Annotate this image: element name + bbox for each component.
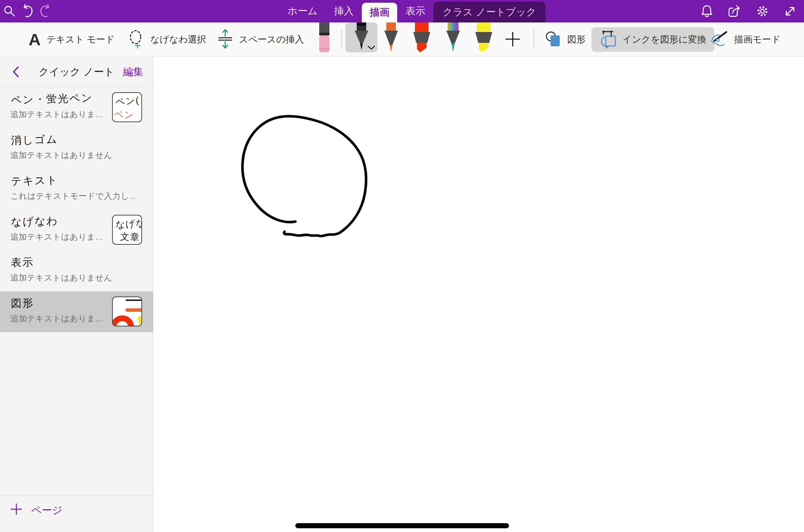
thumbnail-ink-text: 文章を <box>120 230 142 244</box>
page-title: テキスト <box>11 173 58 189</box>
page-item-pen-highlighter[interactable]: ペン・蛍光ペン 追加テキストはありま… ペン( ペン <box>0 87 153 128</box>
page-subtitle: 追加テキストはありません <box>10 272 112 283</box>
add-pen-button[interactable] <box>505 31 521 47</box>
page-subtitle: 追加テキストはありま… <box>10 231 104 242</box>
draw-mode-button[interactable]: 描画モード <box>710 22 780 57</box>
chevron-down-icon[interactable] <box>368 45 375 51</box>
page-subtitle: 追加テキストはありません <box>10 150 112 161</box>
top-app-bar: ホーム 挿入 描画 表示 クラス ノートブック <box>0 0 804 22</box>
toolbar-divider <box>341 30 342 49</box>
text-mode-label: テキスト モード <box>46 33 114 46</box>
tab-home[interactable]: ホーム <box>279 0 326 22</box>
home-indicator-bar[interactable] <box>295 523 509 528</box>
redo-icon[interactable] <box>39 4 52 18</box>
note-canvas[interactable] <box>154 57 804 532</box>
toolbar-divider <box>534 30 534 49</box>
tab-draw[interactable]: 描画 <box>362 3 397 22</box>
add-page-label: ページ <box>31 503 62 517</box>
page-title: なげなわ <box>11 214 58 229</box>
page-item-lasso[interactable]: なげなわ 追加テキストはありま… なげなわ 文章を <box>0 210 153 251</box>
page-item-text[interactable]: テキスト これはテキストモードで入力し… <box>0 169 153 210</box>
ink-to-shape-button[interactable]: インクを図形に変換 <box>591 27 714 52</box>
page-title: 図形 <box>11 296 34 311</box>
page-subtitle: 追加テキストはありま… <box>10 313 104 324</box>
page-subtitle: これはテキストモードで入力し… <box>10 191 138 201</box>
undo-icon[interactable] <box>20 4 34 18</box>
shapes-button[interactable]: 図形 <box>545 22 586 57</box>
page-title: 表示 <box>11 255 34 270</box>
settings-icon[interactable] <box>756 4 769 18</box>
thumbnail-ink-text: ペン( <box>115 94 140 108</box>
tab-class-notebook[interactable]: クラス ノートブック <box>433 2 545 22</box>
galaxy-pen-tool[interactable] <box>444 22 463 53</box>
page-item-shapes-selected[interactable]: 図形 追加テキストはありま… <box>0 291 153 332</box>
add-page-button[interactable]: ページ <box>10 503 62 518</box>
eraser-tool[interactable] <box>317 22 332 54</box>
page-item-eraser[interactable]: 消しゴム 追加テキストはありません <box>0 128 153 169</box>
draw-mode-label: 描画モード <box>734 33 780 46</box>
page-thumbnail: なげなわ 文章を <box>112 215 142 245</box>
thumbnail-ink-text: なげなわ <box>115 216 142 231</box>
text-mode-button[interactable]: A テキスト モード <box>29 22 115 57</box>
draw-mode-icon <box>710 30 728 49</box>
page-list-sidebar: クイック ノート 編集 ペン・蛍光ペン 追加テキストはありま… ペン( ペン 消… <box>0 57 153 532</box>
sidebar-header: クイック ノート 編集 <box>0 57 153 87</box>
insert-space-button[interactable]: スペースの挿入 <box>217 22 304 57</box>
orange-pen-tool[interactable] <box>382 22 401 53</box>
ink-to-shape-icon <box>600 29 617 50</box>
lasso-select-button[interactable]: なげなわ選択 <box>128 22 206 57</box>
black-pen-tool-selected[interactable] <box>345 22 377 52</box>
page-list: ペン・蛍光ペン 追加テキストはありま… ペン( ペン 消しゴム 追加テキストはあ… <box>0 87 153 332</box>
page-subtitle: 追加テキストはありま… <box>10 109 104 120</box>
sidebar-footer: ページ <box>0 495 153 532</box>
page-item-view[interactable]: 表示 追加テキストはありません <box>0 251 153 291</box>
red-highlighter-tool[interactable] <box>412 22 432 53</box>
page-thumbnail: ペン( ペン <box>112 92 142 122</box>
ribbon-tab-bar: ホーム 挿入 描画 表示 クラス ノートブック <box>279 0 545 22</box>
page-title: 消しゴム <box>11 132 58 148</box>
tab-insert[interactable]: 挿入 <box>326 0 362 22</box>
ink-to-shape-label: インクを図形に変換 <box>622 33 706 46</box>
shapes-label: 図形 <box>567 33 586 46</box>
tab-view[interactable]: 表示 <box>397 0 433 22</box>
fullscreen-icon[interactable] <box>783 4 797 18</box>
page-thumbnail <box>112 296 142 326</box>
onenote-app-window: ホーム 挿入 描画 表示 クラス ノートブック <box>0 0 804 532</box>
lasso-label: なげなわ選択 <box>150 33 206 46</box>
thumbnail-ink-text: ペン <box>114 108 135 121</box>
bell-icon[interactable] <box>700 4 714 18</box>
yellow-highlighter-tool[interactable] <box>474 22 494 53</box>
edit-button[interactable]: 編集 <box>123 57 143 87</box>
search-icon[interactable] <box>3 4 16 18</box>
share-icon[interactable] <box>728 4 741 18</box>
insert-space-label: スペースの挿入 <box>239 33 304 46</box>
lasso-icon <box>128 29 144 50</box>
page-title: ペン・蛍光ペン <box>11 91 93 108</box>
insert-space-icon <box>217 29 233 50</box>
draw-ribbon: A テキスト モード なげなわ選択 <box>0 22 804 57</box>
text-mode-icon: A <box>29 31 41 48</box>
shapes-icon <box>545 30 561 49</box>
ink-drawn-circle <box>154 57 804 532</box>
plus-icon <box>10 503 22 518</box>
